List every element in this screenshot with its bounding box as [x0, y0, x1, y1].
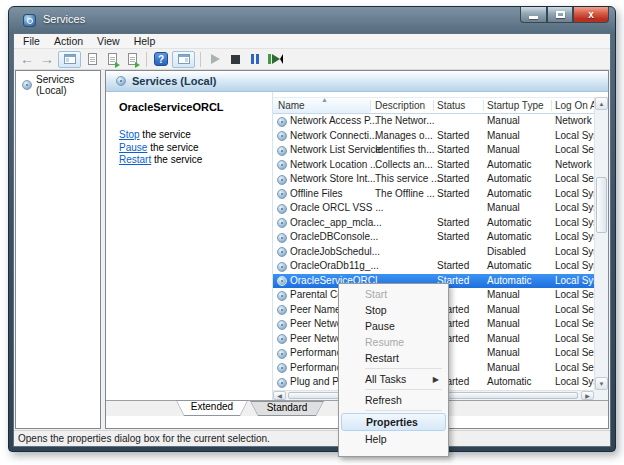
- toolbar-stop-service-button[interactable]: [226, 51, 244, 68]
- toolbar-export-list-button[interactable]: [103, 51, 121, 68]
- service-icon: [277, 262, 287, 272]
- cell-logon: Local Service: [555, 289, 594, 300]
- service-icon: [277, 291, 287, 301]
- service-action-line: Pause the service: [119, 142, 272, 155]
- cell-logon: Local Service: [555, 304, 594, 315]
- cell-status: Started: [437, 260, 469, 271]
- toolbar-back-button[interactable]: ←: [18, 51, 36, 68]
- service-icon: [277, 247, 287, 257]
- column-header-status[interactable]: Status: [437, 100, 465, 111]
- toolbar-forward-button[interactable]: →: [38, 51, 56, 68]
- toolbar-restart-service-button[interactable]: [266, 51, 284, 68]
- toolbar-start-service-button[interactable]: [206, 51, 224, 68]
- extended-task-pane: OracleServiceORCL Stop the servicePause …: [106, 92, 272, 400]
- cell-start: Disabled: [487, 246, 526, 257]
- service-icon: [277, 204, 287, 214]
- table-row[interactable]: Network Location ...Collects an...Starte…: [273, 158, 594, 173]
- context-menu-item-all-tasks[interactable]: All Tasks▶: [341, 371, 446, 387]
- toolbar: ←→?: [14, 49, 610, 70]
- service-icon: [277, 160, 287, 170]
- minimize-icon: [529, 16, 538, 19]
- menu-separator: [365, 389, 442, 390]
- toolbar-separator: [200, 52, 201, 67]
- close-icon: x: [588, 9, 594, 20]
- vertical-scrollbar[interactable]: ▲ ▼: [594, 97, 608, 390]
- table-row[interactable]: Network Store Int...This service ...Star…: [273, 172, 594, 187]
- table-row[interactable]: Oraclec_app_mcla...StartedAutomaticLocal…: [273, 216, 594, 231]
- cell-name: Network Location ...: [290, 159, 378, 170]
- cell-logon: Local Service: [555, 318, 594, 329]
- green-arrow-icon: [135, 62, 140, 68]
- column-divider[interactable]: [483, 100, 484, 111]
- table-row[interactable]: Offline FilesThe Offline ...StartedAutom…: [273, 187, 594, 202]
- panel-header-icon: [116, 76, 126, 86]
- menu-view[interactable]: View: [90, 34, 127, 48]
- table-row[interactable]: OracleOraDb11g_...StartedAutomaticLocal …: [273, 259, 594, 274]
- cell-name: Oraclec_app_mcla...: [290, 217, 382, 228]
- cell-status: Started: [437, 130, 469, 141]
- context-menu-item-refresh[interactable]: Refresh: [341, 392, 446, 408]
- context-menu-item-help[interactable]: Help: [341, 431, 446, 447]
- toolbar-console-tree-toggle-button[interactable]: [58, 51, 81, 68]
- context-menu-item-pause[interactable]: Pause: [341, 318, 446, 334]
- toolbar-window-new-button[interactable]: [123, 51, 141, 68]
- link-restart-service[interactable]: Restart: [119, 154, 151, 165]
- cell-logon: Local Syste...: [555, 217, 594, 228]
- tab-extended[interactable]: Extended: [176, 400, 248, 416]
- toolbar-pause-service-button[interactable]: [246, 51, 264, 68]
- title-bar[interactable]: Services x: [9, 7, 615, 33]
- tab-standard[interactable]: Standard: [250, 401, 324, 416]
- service-icon: [277, 218, 287, 228]
- cell-start: Manual: [487, 362, 520, 373]
- table-row[interactable]: Network Access P...The Networ...ManualNe…: [273, 114, 594, 129]
- vertical-scrollbar-thumb[interactable]: [596, 177, 607, 233]
- context-menu-item-stop[interactable]: Stop: [341, 302, 446, 318]
- link-stop-service[interactable]: Stop: [119, 129, 140, 140]
- menu-file[interactable]: File: [16, 34, 47, 48]
- cell-desc: This service ...: [375, 173, 439, 184]
- toolbar-properties-doc-button[interactable]: [83, 51, 101, 68]
- cell-desc: Manages o...: [375, 130, 433, 141]
- table-row[interactable]: OracleJobSchedul...DisabledLocal Syste..…: [273, 245, 594, 260]
- column-header-name[interactable]: Name: [278, 100, 305, 111]
- maximize-button[interactable]: [547, 7, 573, 23]
- context-menu-item-restart[interactable]: Restart: [341, 350, 446, 366]
- toolbar-action-pane-toggle-button[interactable]: [172, 51, 195, 68]
- scroll-left-button[interactable]: ◀: [273, 391, 286, 400]
- context-menu-item-properties[interactable]: Properties: [341, 413, 446, 431]
- restart-icon: [268, 54, 283, 64]
- cell-logon: Local Syste...: [555, 188, 594, 199]
- service-icon: [277, 189, 287, 199]
- column-divider[interactable]: [551, 100, 552, 111]
- cell-logon: Local Syste...: [555, 260, 594, 271]
- cell-name: Offline Files: [290, 188, 343, 199]
- menu-separator: [365, 368, 442, 369]
- link-pause-service[interactable]: Pause: [119, 142, 147, 153]
- minimize-button[interactable]: [520, 7, 547, 23]
- table-row[interactable]: OracleDBConsole...StartedAutomaticLocal …: [273, 230, 594, 245]
- scroll-down-button[interactable]: ▼: [595, 377, 608, 390]
- toolbar-help-button[interactable]: ?: [152, 51, 170, 68]
- tree-item-services-local[interactable]: Services (Local): [16, 71, 100, 96]
- cell-logon: Local Service: [555, 347, 594, 358]
- column-header-description[interactable]: Description: [375, 100, 425, 111]
- scroll-up-button[interactable]: ▲: [595, 97, 608, 110]
- column-divider[interactable]: [370, 100, 371, 111]
- table-row[interactable]: Oracle ORCL VSS ...ManualLocal Syste...: [273, 201, 594, 216]
- cell-logon: Local Service: [555, 144, 594, 155]
- menu-help[interactable]: Help: [127, 34, 163, 48]
- cell-start: Automatic: [487, 173, 531, 184]
- column-divider[interactable]: [433, 100, 434, 111]
- close-button[interactable]: x: [573, 7, 609, 23]
- service-icon: [277, 363, 287, 373]
- cell-logon: Local Service: [555, 333, 594, 344]
- submenu-arrow-icon: ▶: [433, 375, 439, 384]
- table-row[interactable]: Network List ServiceIdentifies th...Star…: [273, 143, 594, 158]
- cell-name: Oracle ORCL VSS ...: [290, 202, 384, 213]
- pause-icon: [251, 54, 259, 64]
- column-header-startup-type[interactable]: Startup Type: [487, 100, 544, 111]
- cell-desc: Identifies th...: [375, 144, 434, 155]
- menu-action[interactable]: Action: [47, 34, 90, 48]
- table-row[interactable]: Network Connecti...Manages o...StartedMa…: [273, 129, 594, 144]
- scroll-right-button[interactable]: ▶: [581, 391, 594, 400]
